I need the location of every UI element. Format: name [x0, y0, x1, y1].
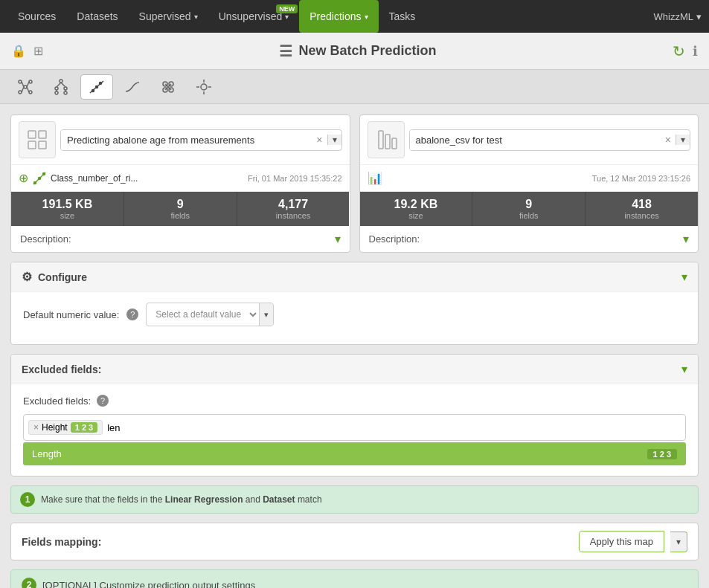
- svg-point-11: [64, 87, 67, 90]
- svg-rect-36: [39, 141, 46, 149]
- excluded-fields-toggle[interactable]: ▾: [681, 362, 687, 376]
- tab-logistic[interactable]: [116, 74, 149, 100]
- configure-title-text: Configure: [38, 271, 87, 283]
- configure-toggle[interactable]: ▾: [681, 270, 687, 284]
- dataset-description-row: Description: ▾: [360, 226, 699, 252]
- svg-rect-42: [385, 135, 390, 149]
- svg-point-2: [19, 91, 22, 94]
- fields-mapping-label: Fields mapping:: [22, 536, 101, 548]
- nav-predictions-label: Predictions: [309, 10, 361, 22]
- info-banner-text2: and: [246, 494, 263, 505]
- excluded-fields-label-row: Excluded fields: ?: [23, 395, 686, 407]
- configure-header: ⚙ Configure ▾: [11, 262, 698, 292]
- info-banner-bold2: Dataset: [263, 494, 295, 505]
- dataset-info-row: 📊 Tue, 12 Mar 2019 23:15:26: [360, 165, 699, 192]
- model-select-dropdown[interactable]: ▾: [327, 135, 341, 145]
- excluded-fields-input-wrapper[interactable]: × Height 1 2 3: [23, 414, 686, 441]
- excluded-tag-name: Height: [42, 422, 68, 433]
- svg-point-12: [55, 91, 58, 94]
- dataset-description-toggle[interactable]: ▾: [683, 232, 689, 246]
- dataset-select-wrapper[interactable]: × ▾: [409, 129, 691, 151]
- model-instances-value: 4,177: [240, 198, 347, 211]
- svg-rect-33: [28, 131, 36, 138]
- nav-datasets-label: Datasets: [77, 10, 118, 22]
- model-select-wrapper[interactable]: × ▾: [60, 129, 342, 151]
- tab-neural[interactable]: [9, 74, 42, 100]
- model-fields-label: fields: [127, 211, 234, 220]
- linear-reg-icon: [33, 172, 46, 185]
- model-source-panel: × ▾ ⊕ Class_number_of_ri... Fri, 01 Mar …: [10, 114, 350, 253]
- tab-cluster[interactable]: [152, 74, 185, 100]
- svg-point-9: [60, 80, 62, 83]
- dataset-select-dropdown[interactable]: ▾: [676, 135, 690, 145]
- nav-user[interactable]: WhizzML ▾: [654, 11, 702, 22]
- default-numeric-select-wrapper[interactable]: Select a default value ▾: [146, 303, 274, 326]
- page-title-text: New Batch Prediction: [298, 43, 436, 59]
- nav-supervised[interactable]: Supervised ▾: [129, 0, 208, 33]
- model-stat-instances: 4,177 instances: [237, 192, 350, 226]
- nav-datasets[interactable]: Datasets: [66, 0, 128, 33]
- title-bar-right-actions: ↻ ℹ: [673, 42, 698, 60]
- user-dropdown-arrow: ▾: [696, 11, 702, 22]
- nav-sources[interactable]: Sources: [7, 0, 66, 33]
- model-date: Fri, 01 Mar 2019 15:35:22: [248, 174, 342, 183]
- excluded-tag-close[interactable]: ×: [33, 422, 39, 433]
- apply-map-dropdown[interactable]: ▾: [670, 532, 687, 552]
- dataset-stat-fields: 9 fields: [472, 192, 586, 226]
- model-name: Class_number_of_ri...: [51, 173, 243, 184]
- model-size-value: 191.5 KB: [14, 198, 121, 211]
- suggestion-name: Length: [32, 448, 62, 459]
- nav-unsupervised[interactable]: Unsupervised ▾ NEW: [208, 0, 300, 33]
- excluded-fields-label: Excluded fields:: [23, 395, 91, 407]
- excluded-fields-section-title: Excluded fields:: [22, 364, 101, 375]
- dataset-select-input[interactable]: [410, 130, 661, 150]
- dataset-instances-value: 418: [588, 198, 695, 211]
- tab-anomaly[interactable]: [187, 74, 220, 100]
- suggestion-dropdown[interactable]: Length 1 2 3: [23, 442, 686, 465]
- dataset-size-value: 19.2 KB: [363, 198, 469, 211]
- model-select-clear[interactable]: ×: [312, 134, 327, 146]
- predictions-dropdown-arrow: ▾: [365, 13, 368, 21]
- new-badge: NEW: [276, 4, 298, 13]
- nav-tasks[interactable]: Tasks: [379, 0, 426, 33]
- default-numeric-help[interactable]: ?: [126, 308, 138, 320]
- suggestion-badge: 1 2 3: [647, 449, 677, 459]
- default-numeric-select-arrow[interactable]: ▾: [259, 303, 273, 326]
- nav-predictions[interactable]: Predictions ▾: [299, 0, 378, 33]
- model-description-label: Description:: [20, 233, 71, 245]
- dataset-date: Tue, 12 Mar 2019 23:15:26: [592, 174, 690, 183]
- svg-rect-41: [379, 131, 383, 149]
- hierarchy-icon[interactable]: ⊞: [33, 44, 43, 58]
- svg-line-8: [27, 87, 29, 92]
- dataset-fields-value: 9: [475, 198, 582, 211]
- dataset-select-clear[interactable]: ×: [661, 134, 676, 146]
- model-panel-header: × ▾: [11, 115, 350, 165]
- model-type-icon: ⊕: [19, 171, 28, 185]
- dataset-icon: [368, 121, 405, 158]
- excluded-fields-help[interactable]: ?: [97, 395, 109, 407]
- info-banner-bold1: Linear Regression: [165, 494, 243, 505]
- lock-icon[interactable]: 🔒: [11, 44, 26, 58]
- refresh-icon[interactable]: ↻: [673, 42, 685, 60]
- tab-linear[interactable]: [80, 74, 113, 100]
- excluded-fields-text-input[interactable]: [107, 422, 681, 433]
- apply-map-button[interactable]: Apply this map: [579, 531, 664, 552]
- svg-rect-34: [39, 131, 46, 138]
- step2-text: [OPTIONAL] Customize prediction output s…: [42, 580, 255, 589]
- model-icon: [19, 121, 56, 158]
- suggestion-item-length[interactable]: Length 1 2 3: [23, 442, 686, 465]
- info-icon[interactable]: ℹ: [693, 43, 698, 59]
- tab-tree[interactable]: [45, 74, 77, 100]
- dataset-fields-label: fields: [475, 211, 582, 220]
- default-numeric-label: Default numeric value:: [23, 309, 119, 320]
- info-banner-text: Make sure that the fields in the Linear …: [41, 494, 322, 505]
- gear-icon: ⚙: [22, 270, 32, 284]
- main-content: × ▾ ⊕ Class_number_of_ri... Fri, 01 Mar …: [0, 104, 709, 588]
- svg-point-28: [201, 84, 207, 90]
- default-numeric-select[interactable]: Select a default value: [147, 305, 259, 324]
- svg-point-20: [96, 85, 98, 88]
- svg-rect-43: [392, 138, 397, 149]
- model-description-toggle[interactable]: ▾: [335, 232, 341, 246]
- model-select-input[interactable]: [61, 130, 312, 150]
- fields-mapping-row: Fields mapping: Apply this map ▾: [10, 523, 699, 560]
